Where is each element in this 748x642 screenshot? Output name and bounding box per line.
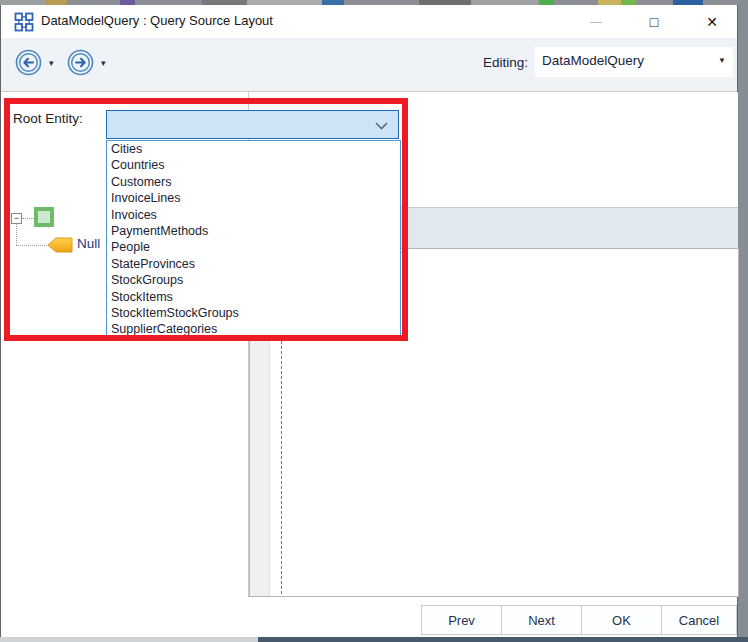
window-bottom-edge-right: [258, 637, 748, 642]
minimize-icon[interactable]: —: [577, 5, 615, 38]
editing-combobox[interactable]: DataModelQuery ▼: [535, 47, 733, 77]
dialog-window: DataModelQuery : Query Source Layout — □…: [0, 5, 738, 637]
forward-button[interactable]: [67, 49, 94, 76]
footer-button[interactable]: Next: [501, 605, 582, 635]
editing-caret-icon: ▼: [718, 56, 726, 65]
desktop-background-side: [738, 0, 748, 642]
back-button[interactable]: [15, 49, 42, 76]
footer-button[interactable]: Prev: [421, 605, 502, 635]
editing-combobox-value: DataModelQuery: [542, 53, 644, 68]
forward-dropdown-caret-icon[interactable]: ▾: [101, 58, 106, 68]
data-model-icon: [14, 12, 34, 32]
close-icon[interactable]: ✕: [693, 5, 731, 38]
footer-button[interactable]: OK: [581, 605, 662, 635]
title-bar: DataModelQuery : Query Source Layout — □…: [1, 5, 737, 38]
back-dropdown-caret-icon[interactable]: ▾: [49, 58, 54, 68]
window-bottom-edge-left: [0, 637, 258, 642]
editing-label: Editing:: [483, 55, 528, 70]
toolbar: ▾ ▾ Editing: DataModelQuery ▼: [1, 38, 737, 92]
window-title: DataModelQuery : Query Source Layout: [41, 13, 273, 28]
maximize-icon[interactable]: □: [635, 5, 673, 38]
annotation-rectangle: [4, 98, 408, 341]
footer-button[interactable]: Cancel: [661, 605, 737, 635]
screen: DataModelQuery : Query Source Layout — □…: [0, 0, 748, 642]
